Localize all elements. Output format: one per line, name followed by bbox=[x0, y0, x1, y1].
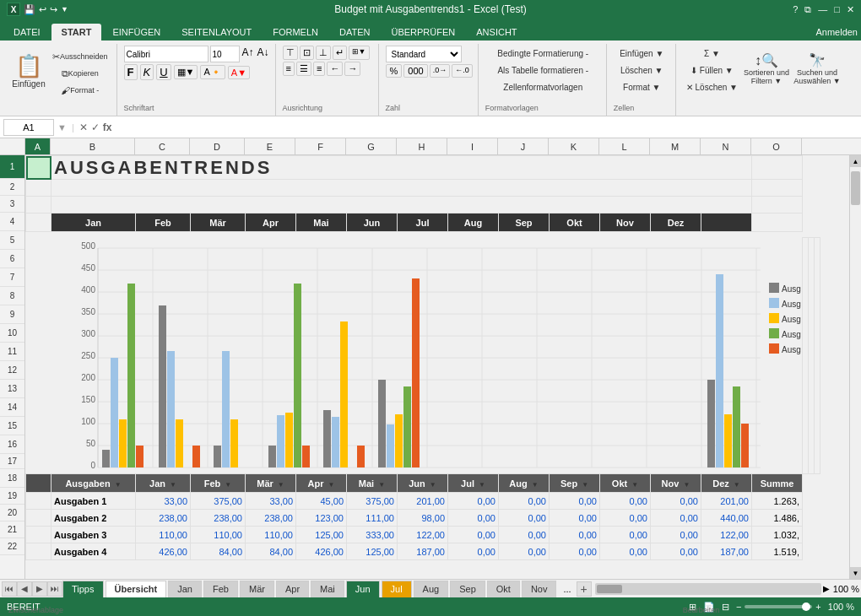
tab-formeln[interactable]: FORMELN bbox=[263, 24, 328, 41]
col-header-i[interactable]: I bbox=[447, 138, 498, 154]
view-page-break-icon[interactable]: ⊟ bbox=[722, 602, 729, 613]
scroll-down-button[interactable]: ▼ bbox=[850, 567, 861, 579]
cell-o4[interactable] bbox=[752, 213, 803, 232]
increase-decimal-button[interactable]: .0→ bbox=[430, 64, 451, 78]
row-num-10[interactable]: 10 bbox=[0, 324, 24, 343]
row-num-14[interactable]: 14 bbox=[0, 398, 24, 417]
sheet-nav-first[interactable]: ⏮ bbox=[2, 581, 17, 597]
row-num-7[interactable]: 7 bbox=[0, 268, 24, 287]
align-center-button[interactable]: ☰ bbox=[296, 62, 311, 76]
cell-a3[interactable] bbox=[26, 197, 51, 213]
format-cells-button[interactable]: Format ▼ bbox=[614, 79, 670, 95]
sheet-tab-nov[interactable]: Nov bbox=[522, 581, 557, 597]
customize-icon[interactable]: ▼ bbox=[61, 5, 68, 14]
zoom-in-button[interactable]: + bbox=[815, 602, 820, 612]
cell-mar-22[interactable]: 84,00 bbox=[246, 543, 296, 560]
row-num-6[interactable]: 6 bbox=[0, 250, 24, 268]
cell-feb-20[interactable]: 238,00 bbox=[191, 510, 246, 527]
cell-jun-19[interactable]: 201,00 bbox=[398, 493, 448, 510]
sheet-tab-ubersicht[interactable]: Übersicht bbox=[106, 581, 167, 597]
table-header-mai[interactable]: Mai ▼ bbox=[347, 474, 398, 493]
cell-o2[interactable] bbox=[752, 180, 803, 197]
col-header-l[interactable]: L bbox=[599, 138, 650, 154]
fill-color-button[interactable]: A🔸 bbox=[200, 65, 225, 79]
scroll-right-btn[interactable]: ▶ bbox=[823, 584, 830, 593]
cell-aug-19[interactable]: 0,00 bbox=[499, 493, 550, 510]
cell-sep-20[interactable]: 0,00 bbox=[550, 510, 600, 527]
indent-increase-button[interactable]: → bbox=[344, 62, 360, 76]
cell-mar-19[interactable]: 33,00 bbox=[246, 493, 296, 510]
cell-label-20[interactable]: Ausgaben 2 bbox=[51, 510, 136, 527]
thousands-button[interactable]: 000 bbox=[403, 64, 427, 78]
table-header-dez[interactable]: Dez ▼ bbox=[701, 474, 752, 493]
sheet-tab-mai[interactable]: Mai bbox=[311, 581, 344, 597]
cell-aug-21[interactable]: 0,00 bbox=[499, 527, 550, 543]
formula-input[interactable] bbox=[115, 122, 858, 132]
decrease-font-button[interactable]: A↓ bbox=[257, 46, 270, 62]
row-num-17[interactable]: 17 bbox=[0, 454, 24, 469]
bold-button[interactable]: F bbox=[124, 64, 138, 80]
cell-jun-20[interactable]: 98,00 bbox=[398, 510, 448, 527]
cell-apr-19[interactable]: 45,00 bbox=[296, 493, 347, 510]
cell-nov-21[interactable]: 0,00 bbox=[651, 527, 701, 543]
row-num-19[interactable]: 19 bbox=[0, 488, 24, 505]
conditional-format-button[interactable]: Bedingte Formatierung - bbox=[485, 46, 601, 61]
row-num-20[interactable]: 20 bbox=[0, 505, 24, 521]
number-format-select[interactable]: Standard Zahl Währung bbox=[386, 46, 462, 62]
sheet-tab-mar[interactable]: Mär bbox=[240, 581, 274, 597]
cell-a1[interactable] bbox=[26, 156, 51, 180]
help-button[interactable]: ? bbox=[793, 4, 798, 14]
undo-icon[interactable]: ↩ bbox=[39, 4, 46, 15]
wrap-text-button[interactable]: ↵ bbox=[333, 46, 347, 60]
row-num-2[interactable]: 2 bbox=[0, 179, 24, 196]
cell-nov-20[interactable]: 0,00 bbox=[651, 510, 701, 527]
font-color-button[interactable]: A▼ bbox=[228, 66, 250, 79]
sheet-tab-jul[interactable]: Jul bbox=[382, 581, 412, 597]
cell-label-21[interactable]: Ausgaben 3 bbox=[51, 527, 136, 543]
row-num-15[interactable]: 15 bbox=[0, 417, 24, 435]
cell-mai-22[interactable]: 125,00 bbox=[347, 543, 398, 560]
zoom-slider[interactable] bbox=[745, 605, 812, 608]
table-header-sep[interactable]: Sep ▼ bbox=[550, 474, 600, 493]
row-num-3[interactable]: 3 bbox=[0, 196, 24, 213]
cut-button[interactable]: ✂ Ausschneiden bbox=[49, 49, 111, 64]
table-header-feb[interactable]: Feb ▼ bbox=[191, 474, 246, 493]
sheet-tab-apr[interactable]: Apr bbox=[276, 581, 309, 597]
cell-aug-20[interactable]: 0,00 bbox=[499, 510, 550, 527]
scroll-up-button[interactable]: ▲ bbox=[850, 155, 861, 167]
cell-apr-22[interactable]: 426,00 bbox=[296, 543, 347, 560]
col-header-k[interactable]: K bbox=[549, 138, 599, 154]
sheet-tab-tipps[interactable]: Tipps bbox=[62, 581, 104, 597]
border-button[interactable]: ▦▼ bbox=[174, 65, 198, 79]
cell-dez-22[interactable]: 187,00 bbox=[701, 543, 752, 560]
row-num-12[interactable]: 12 bbox=[0, 361, 24, 380]
row-num-4[interactable]: 4 bbox=[0, 213, 24, 231]
cell-a4[interactable] bbox=[26, 213, 51, 232]
cell-okt-22[interactable]: 0,00 bbox=[600, 543, 651, 560]
fill-button[interactable]: ⬇ Füllen ▼ bbox=[683, 62, 741, 78]
save-icon[interactable]: 💾 bbox=[24, 4, 35, 15]
tab-einfuegen[interactable]: EINFÜGEN bbox=[102, 24, 171, 41]
maximize-button[interactable]: □ bbox=[834, 4, 840, 14]
anmelden-button[interactable]: Anmelden bbox=[815, 27, 858, 37]
paste-button[interactable]: 📋 Einfügen bbox=[8, 46, 49, 96]
table-header-mar[interactable]: Mär ▼ bbox=[246, 474, 296, 493]
cell-b2[interactable] bbox=[51, 180, 752, 197]
font-name-input[interactable] bbox=[124, 46, 208, 62]
autosum-button[interactable]: Σ ▼ bbox=[683, 46, 741, 61]
cell-feb-21[interactable]: 110,00 bbox=[191, 527, 246, 543]
cell-jul-19[interactable]: 0,00 bbox=[448, 493, 499, 510]
clear-button[interactable]: ✕ Löschen ▼ bbox=[683, 79, 741, 95]
cell-feb-19[interactable]: 375,00 bbox=[191, 493, 246, 510]
sheet-tab-aug[interactable]: Aug bbox=[414, 581, 449, 597]
table-header-jul[interactable]: Jul ▼ bbox=[448, 474, 499, 493]
tab-start[interactable]: START bbox=[51, 24, 102, 41]
sheet-tab-okt[interactable]: Okt bbox=[487, 581, 520, 597]
increase-font-button[interactable]: A↑ bbox=[241, 46, 255, 62]
cell-mai-21[interactable]: 333,00 bbox=[347, 527, 398, 543]
sheet-tab-jun[interactable]: Jun bbox=[346, 581, 380, 597]
cell-a21[interactable] bbox=[26, 527, 51, 543]
more-sheets-btn[interactable]: ... bbox=[558, 584, 576, 594]
font-size-input[interactable] bbox=[210, 46, 240, 62]
col-header-f[interactable]: F bbox=[295, 138, 346, 154]
